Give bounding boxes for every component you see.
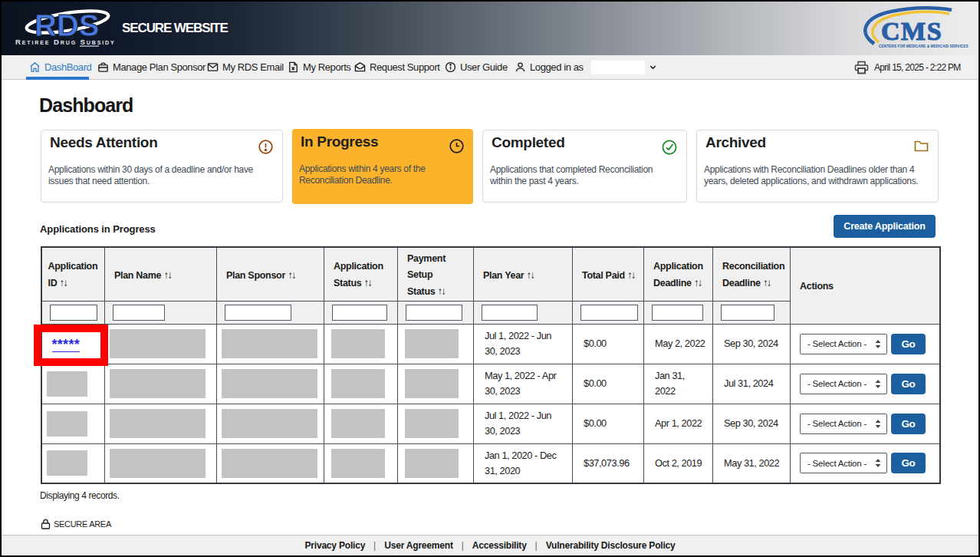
svg-text:CMS: CMS [881, 17, 942, 45]
svg-text:CENTERS FOR MEDICARE & MEDICAI: CENTERS FOR MEDICARE & MEDICAID SERVICES [879, 44, 968, 48]
svg-text:RDS: RDS [35, 8, 99, 42]
svg-text:Retiree Drug Subsidy: Retiree Drug Subsidy [15, 38, 116, 46]
